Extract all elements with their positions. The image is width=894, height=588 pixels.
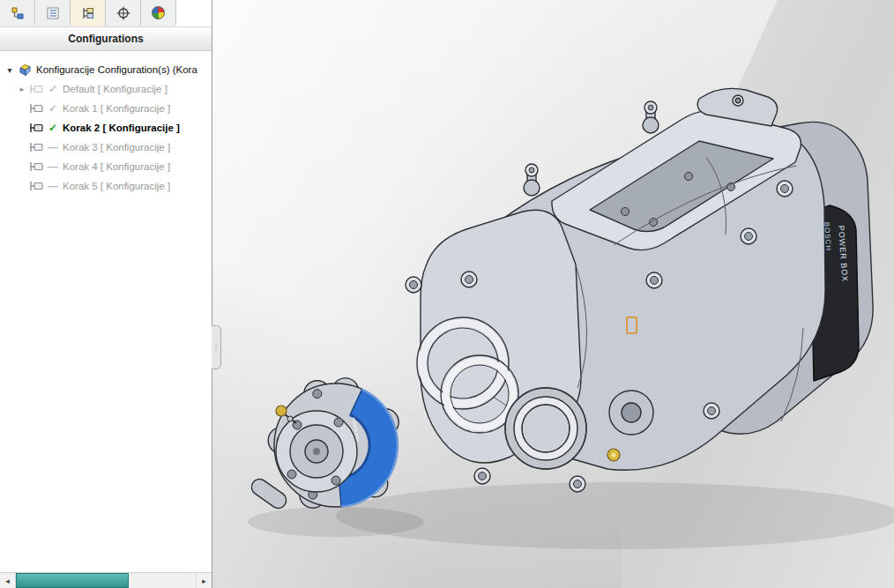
expander-icon[interactable]: ▸ [16, 85, 28, 93]
bolt [646, 272, 662, 288]
status-dash-icon: — [46, 141, 60, 153]
status-check-icon: ✓ [46, 102, 60, 115]
bolt [570, 476, 585, 492]
tree-item-label: Default [ Konfiguracije ] [63, 84, 168, 94]
graphics-area[interactable]: BOSCH POWER BOX [212, 0, 894, 588]
tab-dimxpert[interactable] [106, 0, 141, 26]
tree-item-korak-2[interactable]: ✓ Korak 2 [ Konfiguracije ] [0, 118, 212, 138]
bolt [741, 228, 756, 244]
tab-propertymanager[interactable] [35, 0, 71, 26]
tree-item-label: Korak 5 [ Konfiguracije ] [63, 181, 170, 191]
main-assembly-part[interactable]: BOSCH POWER BOX [406, 88, 873, 492]
configuration-tree-icon [81, 6, 95, 20]
tree-root-label: Konfiguracije Configuration(s) (Kora [36, 64, 197, 75]
status-dash-icon: — [46, 180, 60, 192]
tree-root-configurations[interactable]: ▾ Konfiguracije Configuration(s) (Kora [0, 60, 212, 79]
status-check-icon: ✓ [46, 122, 60, 134]
configuration-manager-panel: Configurations ▾ Konfiguracije Configura… [0, 0, 212, 588]
cad-model-canvas[interactable]: BOSCH POWER BOX [212, 0, 894, 588]
bolt [461, 272, 477, 287]
tree-item-default[interactable]: ▸ ✓ Default [ Konfiguracije ] [0, 79, 212, 99]
scrollbar-thumb[interactable] [16, 573, 129, 588]
configuration-tree: ▾ Konfiguracije Configuration(s) (Kora ▸ [0, 51, 212, 572]
tab-configurationmanager[interactable] [71, 0, 106, 26]
property-list-icon [46, 6, 60, 20]
tree-item-korak-4[interactable]: — Korak 4 [ Konfiguracije ] [0, 157, 212, 176]
panel-splitter-handle[interactable]: ⁞ [212, 325, 221, 369]
tree-item-korak-1[interactable]: ✓ Korak 1 [ Konfiguracije ] [0, 99, 212, 118]
tab-displaymanager[interactable] [141, 0, 176, 26]
main-bore[interactable] [505, 388, 586, 469]
solidworks-window: Configurations ▾ Konfiguracije Configura… [0, 0, 894, 588]
feature-tree-icon [11, 6, 25, 20]
scroll-right-button[interactable]: ▸ [196, 573, 212, 588]
manager-tabs [0, 0, 212, 27]
tab-featuremanager[interactable] [0, 0, 35, 26]
tree-item-korak-5[interactable]: — Korak 5 [ Konfiguracije ] [0, 176, 212, 196]
bolt [704, 403, 719, 419]
configuration-icon [28, 160, 46, 173]
status-check-icon: ✓ [46, 83, 60, 95]
tabs-filler [176, 0, 212, 26]
tree-item-label: Korak 4 [ Konfiguracije ] [63, 161, 170, 172]
tree-item-label: Korak 1 [ Konfiguracije ] [63, 103, 170, 114]
scrollbar-track[interactable] [129, 573, 196, 588]
status-dash-icon: — [46, 160, 60, 173]
tree-item-korak-3[interactable]: — Korak 3 [ Konfiguracije ] [0, 138, 212, 157]
crosshair-icon [116, 6, 130, 20]
standoff-bolt [524, 164, 540, 196]
configuration-icon-active [28, 122, 46, 134]
assembly-configurations-icon [16, 63, 34, 77]
flange-part[interactable]: POWER BOX [249, 378, 399, 511]
configuration-icon [28, 180, 46, 192]
tree-item-label: Korak 2 [ Konfiguracije ] [63, 123, 180, 133]
scroll-left-button[interactable]: ◂ [0, 573, 16, 588]
configuration-icon [28, 141, 46, 153]
configuration-icon [28, 102, 46, 115]
standoff-bolt [643, 101, 659, 133]
color-wheel-icon [152, 6, 165, 19]
bolt [474, 468, 490, 484]
bolt [777, 181, 793, 197]
expander-icon[interactable]: ▾ [4, 65, 16, 75]
configuration-icon [28, 83, 46, 95]
panel-title: Configurations [0, 27, 212, 51]
bolt [406, 277, 421, 293]
horizontal-scrollbar[interactable]: ◂ ▸ [0, 572, 212, 588]
tree-item-label: Korak 3 [ Konfiguracije ] [63, 142, 170, 153]
